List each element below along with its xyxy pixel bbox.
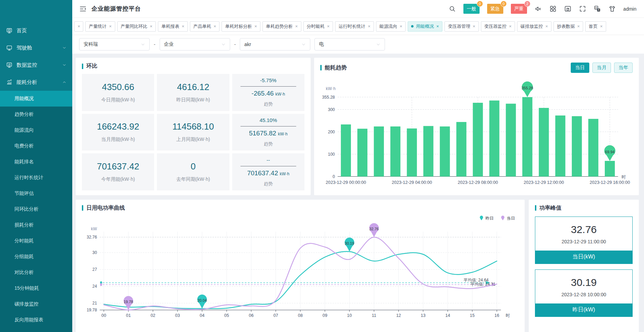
trend-card: 45.10% 51675.82kW·h 趋势 [232,114,304,151]
sidebar-item[interactable]: 首页 [0,22,72,39]
svg-text:10: 10 [347,313,352,318]
tab-close-icon[interactable]: × [327,24,330,29]
trend-label: 趋势 [264,141,273,147]
tab[interactable]: 单耗趋势分析 × [262,21,301,32]
sidebar-subitem[interactable]: 能耗排名 [0,154,72,170]
tab-close-icon[interactable]: × [254,24,257,29]
sidebar-subitem[interactable]: 节能评估 [0,186,72,201]
tab-close-icon[interactable]: × [545,24,548,29]
tshirt-icon[interactable] [609,5,616,12]
sidebar-subitem[interactable]: 15分钟能耗 [0,280,72,296]
filter-select[interactable]: 企业 [160,38,230,51]
tab[interactable]: 产品单耗 × [190,21,220,32]
legend-item[interactable]: 昨日 [479,215,494,222]
tab[interactable]: 产量同比环比 × [117,21,156,32]
tab-label: 变压器管理 [448,23,470,30]
svg-text:06: 06 [249,313,254,318]
user-menu[interactable]: admin [623,6,636,12]
tab[interactable]: 变压器监控 × [481,21,515,32]
sidebar-subitem[interactable]: 碳排放监控 [0,296,72,312]
sidebar-item-label: 能耗分析 [17,79,58,86]
svg-text:平均值: 24.31: 平均值: 24.31 [471,282,496,287]
sidebar-subitem-active[interactable]: 用能概况 [0,91,72,107]
filter-select[interactable]: 安科瑞 [79,38,150,51]
trend-percent: 45.10% [259,117,277,123]
line-chart-svg: 0001020304050607080910111213141516时kW19.… [82,222,518,332]
tab[interactable]: 单耗报表 × [158,21,188,32]
filter-select[interactable]: akr [240,38,310,51]
stat-label: 昨日同期(kW·h) [176,97,210,103]
filter-select[interactable]: 电 [314,38,385,51]
panel-title-text: 日用电功率曲线 [86,204,125,212]
period-button-inactive[interactable]: 当月 [592,63,611,73]
tab[interactable]: 能源流向 × [376,21,406,32]
tab-close-icon[interactable]: × [473,24,475,29]
sidebar-subitem[interactable]: 运行时长统计 [0,170,72,186]
sidebar-subitem[interactable]: 电费分析 [0,138,72,154]
sidebar-item[interactable]: 数据监控 [0,56,72,74]
sidebar-subitem[interactable]: 损耗分析 [0,217,72,233]
sidebar-subitem[interactable]: 同环比分析 [0,201,72,217]
stat-label: 今年用能(kW·h) [101,176,135,182]
tab[interactable]: 首页 × [585,21,606,32]
tab[interactable]: 产量统计 × [85,21,115,32]
fullscreen-icon[interactable] [579,5,586,12]
period-button-inactive[interactable]: 当年 [614,63,633,73]
svg-text:21: 21 [93,301,97,306]
tab-active[interactable]: 用能概况 × [408,21,442,32]
svg-text:200: 200 [328,130,335,134]
sidebar-subitem[interactable]: 分组能耗 [0,249,72,265]
tab-close-icon[interactable]: × [436,24,439,29]
tab-bar: × 产量统计 × 产量同比环比 × 单耗报表 × 产品单耗 × 单耗对标分析 ×… [72,18,644,35]
tab-close-icon[interactable]: × [400,24,402,29]
alarm-badge[interactable]: 紧急 0 [487,4,503,14]
sidebar-subitem[interactable]: 分时能耗 [0,233,72,249]
peak-value: 32.76 [535,217,632,235]
tab[interactable]: 变压器管理 × [444,21,479,32]
alarm-badge[interactable]: 严重 2 [511,4,527,14]
alarm-badge[interactable]: 一般 0 [463,4,480,14]
tab-partial[interactable]: × [74,21,83,32]
tab-close-icon[interactable]: × [295,24,298,29]
chart-pin-marker: 20.04 [197,295,207,309]
sidebar-item[interactable]: 驾驶舱 [0,39,72,56]
svg-text:2023-12-29 00:00:00: 2023-12-29 00:00:00 [326,180,366,185]
search-icon[interactable] [449,5,456,12]
tab-close-icon[interactable]: × [182,24,184,29]
grid-icon[interactable] [549,5,557,12]
tab-close-icon[interactable]: × [109,24,112,29]
tab[interactable]: 抄表数据 × [554,21,583,32]
tab-close-icon[interactable]: × [509,24,512,29]
select-value: 安科瑞 [84,41,98,47]
svg-text:00: 00 [101,313,106,318]
tab-close-icon[interactable]: × [150,24,153,29]
speaker-muted-icon[interactable] [535,5,542,12]
tab-label: 产量同比环比 [121,23,148,30]
tab[interactable]: 碳排放监控 × [517,21,551,32]
svg-text:A: A [598,9,600,11]
legend-item[interactable]: 当日 [501,215,515,222]
menu-fold-icon[interactable] [79,5,87,13]
sidebar-subitem[interactable]: 反向用能报表 [0,312,72,328]
tab-close-icon[interactable]: × [600,24,603,29]
screen-gauge-icon[interactable] [564,5,571,12]
tab[interactable]: 单耗对标分析 × [222,21,260,32]
translate-icon[interactable]: 中A [594,5,601,12]
tab-close-icon[interactable]: × [77,24,80,29]
panel-energy-trend: 能耗趋势 当日当月当年 kW·h0100200300355.282023-12-… [314,58,639,195]
sidebar-subitem[interactable]: 对比分析 [0,265,72,280]
tab[interactable]: 分时能耗 × [303,21,333,32]
svg-text:355.28: 355.28 [322,95,335,100]
tab-close-icon[interactable]: × [368,24,371,29]
sidebar-subitem[interactable]: 能源流向 [0,122,72,138]
stat-card: 0 去年同期(kW·h) [157,153,229,190]
alarm-count-badge: 2 [524,1,530,7]
tab-close-icon[interactable]: × [214,24,216,29]
sidebar-item[interactable]: 能耗分析 [0,74,72,91]
period-button-active[interactable]: 当日 [571,63,589,73]
home-monitor-icon [6,27,12,34]
tab[interactable]: 运行时长统计 × [335,21,374,32]
svg-text:13: 13 [421,313,426,318]
sidebar-subitem[interactable]: 趋势分析 [0,107,72,122]
tab-close-icon[interactable]: × [577,24,580,29]
